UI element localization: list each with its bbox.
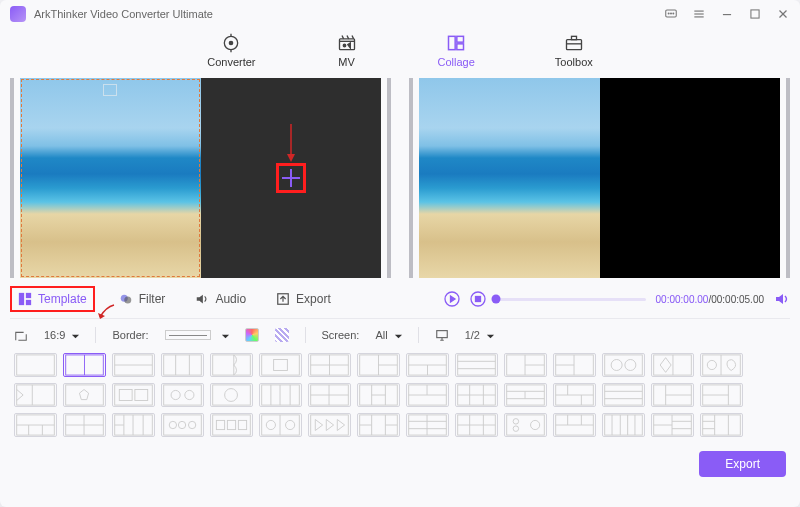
template-thumb[interactable] [112,353,155,377]
play-button[interactable] [444,291,460,307]
template-thumb[interactable] [553,383,596,407]
template-thumb[interactable] [700,383,743,407]
collage-editor[interactable] [20,78,381,278]
export-button[interactable]: Export [699,451,786,477]
nav-converter[interactable]: Converter [207,34,255,68]
border-color-picker[interactable] [245,328,259,342]
left-edge-handle[interactable] [10,78,14,278]
template-thumb[interactable] [406,383,449,407]
template-thumb[interactable] [259,353,302,377]
template-thumb[interactable] [161,383,204,407]
menu-icon[interactable] [692,7,706,21]
app-title: ArkThinker Video Converter Ultimate [34,8,664,20]
template-thumb[interactable] [161,353,204,377]
svg-rect-18 [566,40,581,50]
template-thumb[interactable] [602,383,645,407]
svg-point-129 [169,421,176,428]
nav-collage[interactable]: Collage [438,34,475,68]
main-nav: Converter MV Collage Toolbox [0,28,800,78]
add-media-button[interactable] [276,163,306,193]
template-thumb[interactable] [504,413,547,437]
template-thumb[interactable] [504,353,547,377]
template-thumb[interactable] [455,413,498,437]
close-icon[interactable] [776,7,790,21]
template-thumb[interactable] [63,353,106,377]
template-thumb[interactable] [553,353,596,377]
template-thumb[interactable] [14,383,57,407]
feedback-icon[interactable] [664,7,678,21]
tab-audio[interactable]: Audio [189,288,252,310]
svg-rect-140 [311,415,349,435]
template-thumb[interactable] [259,383,302,407]
template-thumb[interactable] [112,383,155,407]
template-thumb[interactable] [406,353,449,377]
template-thumb[interactable] [308,383,351,407]
template-thumb[interactable] [357,413,400,437]
template-thumb[interactable] [14,413,57,437]
template-thumb[interactable] [63,413,106,437]
svg-rect-154 [507,415,545,435]
aspect-ratio-dropdown[interactable]: 16:9 [44,329,79,341]
collage-slot-1[interactable] [20,78,201,278]
filter-icon [119,292,133,306]
screen-dropdown[interactable]: All [375,329,401,341]
mv-icon [336,34,358,52]
border-style-dropdown[interactable] [165,330,229,340]
collage-slot-2[interactable] [201,78,382,278]
template-thumb[interactable] [700,353,743,377]
preview-right-handle[interactable] [786,78,790,278]
template-thumb[interactable] [357,353,400,377]
template-options-row: 16:9 Border: Screen: All 1/2 [0,319,800,349]
template-thumb[interactable] [406,413,449,437]
template-thumb[interactable] [112,413,155,437]
template-thumb[interactable] [455,353,498,377]
nav-toolbox[interactable]: Toolbox [555,34,593,68]
ratio-value: 16:9 [44,329,65,341]
nav-label: MV [338,56,355,68]
template-thumb[interactable] [651,353,694,377]
template-thumb[interactable] [357,383,400,407]
template-thumb[interactable] [308,413,351,437]
template-thumb[interactable] [210,383,253,407]
template-thumb[interactable] [161,413,204,437]
template-thumb[interactable] [210,353,253,377]
tab-export[interactable]: Export [270,288,337,310]
svg-point-25 [124,296,131,303]
template-thumb[interactable] [602,413,645,437]
template-thumb[interactable] [63,383,106,407]
preview-slot-2 [600,78,781,278]
nav-mv[interactable]: MV [336,34,358,68]
template-thumb[interactable] [210,413,253,437]
minimize-icon[interactable] [720,7,734,21]
svg-point-78 [225,389,238,402]
template-icon [18,292,32,306]
drag-handle-icon[interactable] [103,84,117,96]
template-thumb[interactable] [700,413,743,437]
svg-rect-71 [115,385,153,405]
svg-rect-13 [339,39,354,50]
template-thumb[interactable] [259,413,302,437]
preview-left-handle[interactable] [409,78,413,278]
tab-filter[interactable]: Filter [113,288,172,310]
template-thumb[interactable] [308,353,351,377]
template-thumb[interactable] [602,353,645,377]
template-thumb[interactable] [553,413,596,437]
template-thumb[interactable] [651,413,694,437]
svg-rect-133 [216,420,224,429]
svg-point-67 [707,360,716,369]
template-thumb[interactable] [651,383,694,407]
tab-template[interactable]: Template [10,286,95,312]
template-thumb[interactable] [455,383,498,407]
svg-rect-19 [571,36,576,39]
split-dropdown[interactable]: 1/2 [465,329,494,341]
volume-button[interactable] [774,291,790,307]
template-thumb[interactable] [504,383,547,407]
template-thumb[interactable] [14,353,57,377]
app-logo-icon [10,6,26,22]
playback-slider[interactable] [496,298,646,301]
mid-edge-handle[interactable] [387,78,391,278]
maximize-icon[interactable] [748,7,762,21]
svg-rect-17 [457,44,464,50]
stop-button[interactable] [470,291,486,307]
border-pattern-picker[interactable] [275,328,289,342]
